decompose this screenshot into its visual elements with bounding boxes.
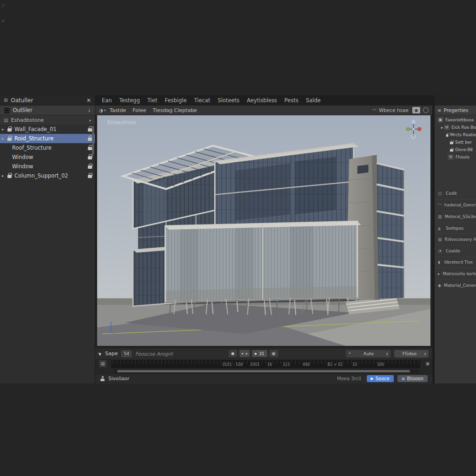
snap-magnet-icon[interactable]: ◠ [372, 108, 377, 113]
editor-type-icon[interactable]: ⊞ [4, 97, 8, 103]
tree-row[interactable]: ▸ ⊞ Eick Roe Bo [435, 124, 476, 131]
sample-badge[interactable]: 54 [121, 350, 131, 357]
chevron-down-icon[interactable]: ▾ [104, 108, 106, 112]
outliner-item-wall-facade[interactable]: ▸ Wall_Facade_01 [0, 125, 95, 134]
tree-row[interactable]: Oeve:88 [435, 146, 476, 153]
keying-set-button[interactable]: ▦ [270, 350, 278, 357]
chevron-up-icon[interactable]: ▴ [89, 118, 91, 122]
outliner-item-roof-structure[interactable]: Roof_Structure [0, 143, 95, 152]
outliner-item-window-1[interactable]: Window [0, 152, 95, 162]
tree-row[interactable]: Mrcts floatie [435, 131, 476, 139]
material-row[interactable]: ◆ Material_Coneree [435, 279, 476, 291]
viewport-menu[interactable]: Folee [132, 107, 146, 113]
jump-start-icon[interactable]: ◂ [241, 351, 243, 356]
expand-icon[interactable]: ▸ [441, 126, 443, 130]
lock-icon[interactable] [7, 128, 12, 132]
menu-item[interactable]: Fesbigle [161, 97, 190, 104]
render-preview-icon[interactable] [423, 107, 429, 113]
outliner-window-titlebar[interactable]: ⊞ Oatuller ✕ [0, 95, 95, 106]
properties-title: Pregerties [443, 107, 468, 113]
menu-item[interactable]: Tiet [144, 97, 161, 104]
material-row[interactable]: ◭ Sedopes [435, 222, 476, 234]
close-icon[interactable]: ✕ [86, 97, 91, 104]
timeline: ▤ 0101 - 108 2001 16 313 466 B1 + 02 33 … [95, 359, 432, 369]
properties-header[interactable]: ≡ Pregerties [435, 106, 476, 115]
playback-mode-label: Feoscoe Arognt [135, 351, 173, 357]
lock-icon[interactable] [88, 156, 92, 159]
auto-keying-dropdown[interactable]: • Auto ▴▾ [346, 350, 390, 357]
tree-row[interactable]: ⚙ Fhissls [435, 153, 476, 161]
outliner-item-window-2[interactable]: Window [0, 162, 95, 171]
lock-icon[interactable] [7, 138, 12, 141]
timeline-scrollbar-thumb[interactable] [117, 370, 410, 372]
updown-icon: ▴▾ [424, 352, 426, 356]
material-row[interactable]: ▤ Metoral_S3o3or [435, 211, 476, 222]
outliner-header[interactable]: ⊞ Outliler ↓ [0, 106, 95, 115]
menu-item[interactable]: Testegg [116, 97, 144, 104]
viewport-menu[interactable]: Tastde [110, 107, 126, 113]
timeline-options-icon[interactable]: ▣ [425, 361, 430, 366]
menu-item[interactable]: Pests [281, 97, 302, 104]
timeline-scrollbar[interactable] [114, 370, 419, 373]
expand-icon[interactable]: ▸ [2, 173, 7, 178]
play-icon[interactable]: ▶ [255, 352, 257, 356]
cursor-icon[interactable] [98, 351, 102, 356]
outliner-scrollbar[interactable] [92, 126, 94, 155]
updown-icon: ▴▾ [386, 352, 388, 356]
ruler-label: 33 [352, 363, 357, 367]
primary-action-button[interactable]: ▶ Sooce [367, 375, 394, 382]
menu-item[interactable]: Aeytisbless [243, 97, 281, 104]
item-label: Roof_Structure [12, 145, 84, 151]
tree-row[interactable]: ▣ Faooriottbsea [435, 116, 476, 124]
mode-selector-icon[interactable]: ◑ [99, 108, 103, 113]
lock-icon[interactable] [88, 165, 92, 169]
lock-icon[interactable] [88, 175, 92, 178]
button-label: Sooce [376, 376, 390, 381]
material-list: ◫ Codit ◠ hadenal_Goncredt ▤ Metoral_S3o… [435, 188, 476, 291]
viewport-3d[interactable]: Estdesttisor [95, 115, 432, 348]
lock-icon[interactable] [88, 128, 92, 132]
lock-icon[interactable] [7, 175, 12, 178]
material-label: hadenal_Goncredt [444, 203, 476, 207]
material-row[interactable]: ▥ Ridvscossery A.be [435, 233, 476, 245]
collection-row[interactable]: ▤ Eshadbstone ▴ [0, 115, 95, 125]
material-row[interactable]: ◠ hadenal_Goncredt [435, 199, 476, 211]
lock-icon[interactable] [446, 134, 449, 137]
outliner-item-column-support[interactable]: ▸ Column_Support_02 [0, 171, 95, 180]
shading-toggle-button[interactable]: ▣ [412, 107, 420, 113]
material-row[interactable]: ◔ Coaldo [435, 245, 476, 257]
desktop: # ▪ ⊞ Oatuller ✕ ⊞ Outliler ↓ ▤ Eshadbst… [0, 0, 476, 476]
material-row[interactable]: ◫ Codit [435, 188, 476, 199]
lock-icon[interactable] [88, 138, 92, 141]
expand-icon[interactable]: ▸ [2, 127, 7, 132]
jump-end-icon[interactable]: ▸ [246, 351, 248, 356]
filter-icon[interactable]: ↓ [87, 108, 91, 113]
timeline-editor-icon[interactable]: ▤ [99, 360, 106, 367]
keyframe-button[interactable]: ● [229, 350, 237, 357]
jump-buttons[interactable]: ◂ ▸ [239, 350, 250, 357]
lock-icon[interactable] [88, 147, 92, 150]
viewport-menu[interactable]: Tiesdag Cleptabe [152, 107, 197, 113]
tree-row[interactable]: Sett ber [435, 139, 476, 146]
frame-counter[interactable]: ▶ 31 [252, 350, 267, 357]
lock-icon[interactable] [450, 149, 453, 152]
menu-item[interactable]: Ean [98, 97, 116, 104]
outliner-item-roid-structure-selected[interactable]: ▸ Roid_Structure [0, 134, 95, 143]
menu-item[interactable]: Tiecat [191, 97, 214, 104]
material-icon: ▥ [438, 237, 442, 242]
lock-icon[interactable] [450, 142, 453, 145]
menu-item[interactable]: Salde [302, 97, 324, 104]
menubar: Ean Testegg Tiet Fesbigle Tiecat Sloteet… [95, 95, 432, 106]
secondary-action-button[interactable]: ▣ Btooon [397, 375, 428, 382]
viewport-render[interactable] [97, 115, 430, 346]
material-label: Sedopes [446, 226, 463, 231]
menu-item[interactable]: Sloteets [214, 97, 243, 104]
gear-icon: ⚙ [448, 154, 454, 160]
expand-icon[interactable]: ▸ [2, 136, 7, 141]
material-row[interactable]: ▸ Matressilio kortd [435, 268, 476, 279]
snap-target-label[interactable]: Wbece hsae [379, 107, 409, 113]
file-dropdown[interactable]: FGdae ▴▾ [394, 350, 429, 357]
timeline-ruler[interactable]: 0101 - 108 2001 16 313 466 B1 + 02 33 30… [111, 360, 420, 368]
ruler-label: 16 [267, 363, 272, 367]
material-row[interactable]: ◖ tibretecd Tise [435, 257, 476, 268]
